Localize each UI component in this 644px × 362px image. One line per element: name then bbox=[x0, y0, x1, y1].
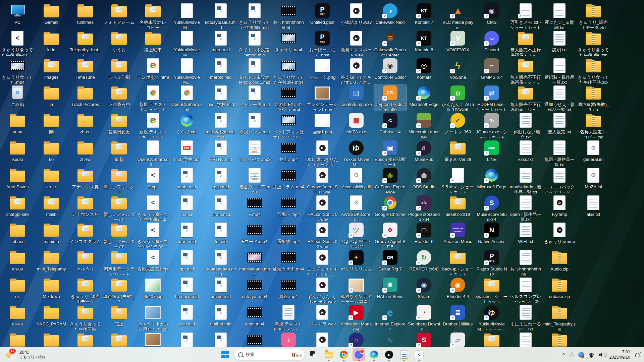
desktop-icon-F.mp4[interactable]: F.mp4 bbox=[238, 194, 271, 221]
desktop-icon-ぷよぷよ™テトリス®2[interactable]: ツ↗ぷよぷよ™テトリス®2 bbox=[340, 221, 372, 248]
desktop-icon-Kontakt 8[interactable]: KT↗Kontakt 8 bbox=[408, 29, 440, 56]
desktop-icon-meroin.mid[interactable]: ♪meroin.mid bbox=[205, 57, 237, 84]
desktop-icon-9.cpr[interactable]: <9.cpr bbox=[137, 167, 169, 193]
desktop-icon-きゅうり食ってた午後3時-01.cpr[interactable]: <きゅうり食ってた午後3時-01.cpr bbox=[1, 29, 34, 56]
desktop-icon-ksks.txt[interactable]: ksks.txt bbox=[509, 139, 542, 166]
desktop-icon-おっhhhhhhhhhhh...[interactable]: おっhhhhhhhhhhh... bbox=[509, 249, 542, 276]
desktop-icon-cubase.zip[interactable]: cubase.zip bbox=[543, 276, 576, 303]
desktop-icon-無題 - 親作品一覧.txt[interactable]: 無題 - 親作品一覧.txt bbox=[543, 139, 576, 166]
desktop-icon-Minecraft Launcher[interactable]: ↗Minecraft Launcher bbox=[408, 112, 440, 138]
desktop-icon-売上[interactable]: 売上 bbox=[103, 304, 135, 330]
desktop-icon-筆まめ Ver.28[interactable]: 筆まめ Ver.28 bbox=[442, 139, 474, 166]
desktop-icon-新規エクスポート.wav[interactable]: ▶新規エクスポート.wav bbox=[340, 29, 372, 56]
desktop-icon-JQuake.exe - ショートカット[interactable]: ∿↗JQuake.exe - ショートカット bbox=[476, 112, 508, 138]
people-icon[interactable] bbox=[569, 352, 574, 357]
desktop-icon-Brother Utilities[interactable]: ≣↗Brother Utilities bbox=[442, 304, 474, 330]
desktop-icon-Cakewalk Next[interactable]: ◑↗Cakewalk Next bbox=[374, 2, 406, 29]
desktop-icon-MuseScore Studio 4[interactable]: S↗MuseScore Studio 4 bbox=[476, 194, 508, 221]
desktop-icon-名称未設定1 - コピー[interactable]: 名称未設定1 - コピー bbox=[137, 2, 169, 29]
desktop-icon-きゅうり_調声用データ[interactable]: きゅうり_調声用データ bbox=[69, 276, 101, 303]
desktop-icon-Crypton Product Installer[interactable]: CPI↗Crypton Product Installer bbox=[374, 84, 406, 111]
desktop-icon-きゅうり.ymmp[interactable]: ゆきゅうり.ymmp bbox=[543, 221, 576, 248]
desktop-icon-Fコード.mp4[interactable]: Fコード.mp4 bbox=[238, 221, 271, 248]
taskbar-app-microsoft-edge[interactable] bbox=[368, 348, 380, 361]
desktop-icon-ラベル印刷[interactable]: ラベル印刷 bbox=[103, 57, 135, 84]
desktop-icon-Microsoft Edge[interactable]: ↗Microsoft Edge bbox=[408, 84, 440, 111]
desktop-icon-新規 テキスト ドキュメント.html[interactable]: 新規 テキスト ドキュメント.html bbox=[137, 112, 169, 138]
desktop-icon-ar-sa[interactable]: ar-sa bbox=[1, 112, 34, 138]
desktop-icon-きゅうり[interactable]: きゅうり bbox=[69, 249, 101, 276]
tray-app-icon[interactable] bbox=[578, 352, 584, 358]
desktop-icon-TimeTune[interactable]: TimeTune bbox=[69, 57, 101, 84]
desktop-icon-65407.jpg[interactable]: 65407.jpg bbox=[137, 276, 169, 303]
desktop-icon-mid_学校.pdf[interactable]: PDFmid_学校.pdf bbox=[171, 139, 203, 166]
desktop-icon-ノートン 360[interactable]: ✓↗ノートン 360 bbox=[442, 112, 474, 138]
desktop-icon-Audio[interactable]: Audio bbox=[1, 139, 34, 166]
desktop-icon-manisekarin.mp4[interactable]: manisekarin.mp4 bbox=[238, 249, 271, 276]
desktop-icon-かるーく.png[interactable]: かるーく.png bbox=[306, 57, 338, 84]
clock[interactable]: 7:01 2025/09/10 bbox=[609, 349, 630, 360]
desktop-icon-選択肢 - 親作品一覧.txt[interactable]: 選択肢 - 親作品一覧.txt bbox=[543, 57, 576, 84]
desktop-icon-Mixdown[interactable]: Mixdown bbox=[35, 276, 67, 303]
desktop-icon-zh-cn[interactable]: zh-cn bbox=[69, 112, 101, 138]
desktop-icon-新規ソング.mid[interactable]: ♪新規ソング.mid bbox=[238, 112, 271, 138]
desktop-icon-Auto Saves[interactable]: Auto Saves bbox=[1, 167, 34, 193]
desktop-icon-midi_Telepathy[interactable]: midi_Telepathy bbox=[35, 249, 67, 276]
desktop-icon-open - 親作品一覧.txt[interactable]: open - 親作品一覧.txt bbox=[509, 194, 542, 221]
desktop-icon-無人販売不正行為画像 - ショートカッ...[interactable]: 無人販売不正行為画像 - ショートカッ... bbox=[509, 29, 542, 56]
desktop-icon-ko-kr[interactable]: ko-kr bbox=[35, 167, 67, 193]
desktop-icon-Steam[interactable]: ◉↗Steam bbox=[408, 276, 440, 303]
notification-bell-icon[interactable]: z bbox=[635, 352, 641, 357]
desktop-icon-Images[interactable]: Images bbox=[35, 57, 67, 84]
desktop-icon-LINE[interactable]: LINE↗LINE bbox=[476, 139, 508, 166]
desktop-icon-きゅうり.mp4[interactable]: きゅうり.mp4 bbox=[272, 29, 305, 56]
desktop-icon-aorin.mid[interactable]: ♪aorin.mid bbox=[171, 167, 203, 193]
desktop-icon-Kontakt[interactable]: ◎↗Kontakt bbox=[408, 57, 440, 84]
weather-widget[interactable]: 9+ 26°C くもり時々晴れ bbox=[4, 347, 48, 362]
desktop-icon-テンポあて.html[interactable]: テンポあて.html bbox=[137, 57, 169, 84]
desktop-icon-runtimes[interactable]: runtimes bbox=[69, 2, 101, 29]
desktop-icon-es-es[interactable]: es-es bbox=[1, 304, 34, 330]
desktop-icon-アナウンス夏[interactable]: アナウンス夏 bbox=[69, 167, 101, 193]
desktop-icon-td.mid[interactable]: ♪td.mid bbox=[205, 221, 237, 248]
desktop-icon-最新[interactable]: 最新 bbox=[103, 139, 135, 166]
desktop-icon-HALion Sonic 02.wav[interactable]: ▶HALion Sonic 02.wav bbox=[306, 221, 338, 248]
desktop-icon-答え知っててもむずいわこれ.wav[interactable]: ▶答え知っててもむずいわこれ.wav bbox=[340, 57, 372, 84]
desktop-icon-jijii[interactable]: jijii bbox=[35, 112, 67, 138]
desktop-icon-おっhhhhhhhhhhhhh...[interactable]: おっhhhhhhhhhhhhh... bbox=[272, 2, 305, 29]
desktop-icon-調声練習(失敗)_3[interactable]: 調声練習(失敗)_3 bbox=[103, 276, 135, 303]
desktop-icon-malib[interactable]: malib bbox=[35, 194, 67, 221]
tray-overflow-chevron-icon[interactable]: ^ bbox=[562, 353, 565, 357]
desktop-icon-ニコニコバックアップコード.txt[interactable]: ニコニコバックアップコード.txt bbox=[543, 167, 576, 193]
desktop-icon-HALion Sonic 01.wav[interactable]: ▶HALion Sonic 01.wav bbox=[306, 194, 338, 221]
desktop-icon-VOICEVOX[interactable]: V↗VOICEVOX bbox=[442, 29, 474, 56]
desktop-icon-9.5.xlsx - ショートカット[interactable]: ↗9.5.xlsx - ショートカット bbox=[442, 167, 474, 193]
desktop-icon-Google Chrome[interactable]: ↗Google Chrome bbox=[374, 194, 406, 221]
desktop-icon-ヘッドフォンはずしててよかっt.mp4[interactable]: ヘッドフォンはずしててよかっt.mp4 bbox=[272, 112, 305, 138]
desktop-icon-Groove Agent SE 01.wav[interactable]: ▶Groove Agent SE 01.wav bbox=[306, 167, 338, 193]
desktop-icon-midi_Telepathy.zip[interactable]: midi_Telepathy.zip bbox=[543, 304, 576, 330]
desktop-icon-きゅうりボカコレ用サムネ.jpg[interactable]: きゅうりボカコレ用サムネ.jpg bbox=[137, 304, 169, 330]
desktop-icon-MoZA.ini[interactable]: ⚙MoZA.ini bbox=[577, 167, 609, 193]
desktop-icon-Internet Explorer[interactable]: e↗Internet Explorer bbox=[374, 304, 406, 330]
desktop-icon-孤独なインディーゲーム開発者の一生 ...[interactable]: ↗孤独なインディーゲーム開発者の一生 ... bbox=[340, 276, 372, 303]
desktop-icon-NKSC_PARAM[interactable]: NKSC_PARAM bbox=[35, 304, 67, 330]
desktop-icon-backup - ショートカット[interactable]: backup - ショートカット bbox=[442, 249, 474, 276]
desktop-icon-フォトフレーム[interactable]: フォトフレーム bbox=[103, 2, 135, 29]
desktop-icon-Reaktor 6[interactable]: ◠↗Reaktor 6 bbox=[408, 221, 440, 248]
desktop-icon-タイトル未設定.tempo.mid[interactable]: ♪タイトル未設定.tempo.mid bbox=[238, 29, 271, 56]
desktop-icon-パスドラ.wav[interactable]: ▶パスドラ.wav bbox=[306, 304, 338, 330]
desktop-icon-open.mp4[interactable]: open.mp4 bbox=[238, 304, 271, 330]
desktop-icon-mid_学校.mid[interactable]: ♪mid_学校.mid bbox=[205, 84, 237, 111]
desktop-icon-Kontakt 7[interactable]: KT↗Kontakt 7 bbox=[408, 2, 440, 29]
desktop-icon-きゅうり食ってた午後3時-02.cpr[interactable]: <きゅうり食ってた午後3時-02.cpr bbox=[137, 221, 169, 248]
desktop-icon-Untitled.ppsf[interactable]: PNT2Untitled.ppsf bbox=[306, 2, 338, 29]
desktop-icon-死にたい_ゅ歌詞.txt[interactable]: 死にたい_ゅ歌詞.txt bbox=[543, 2, 576, 29]
desktop-icon-OpenCvSharp.xml[interactable]: OpenCvSharp.xml bbox=[171, 84, 203, 111]
desktop-icon-YukkuriMovieM...[interactable]: YukkuriMovieM... bbox=[171, 29, 203, 56]
desktop-icon-まにまにわーるど！.txt[interactable]: まにまにわーるど！.txt bbox=[509, 304, 542, 330]
desktop-icon-新しいフォルダー[interactable]: 新しいフォルダー bbox=[103, 167, 135, 193]
desktop-icon-きゅうり食ってた午後三時.zip[interactable]: きゅうり食ってた午後三時.zip bbox=[577, 57, 609, 84]
desktop-icon-Cubase 14[interactable]: <↗Cubase 14 bbox=[374, 112, 406, 138]
desktop-icon-くらび.xml[interactable]: くらび.xml bbox=[171, 112, 203, 138]
